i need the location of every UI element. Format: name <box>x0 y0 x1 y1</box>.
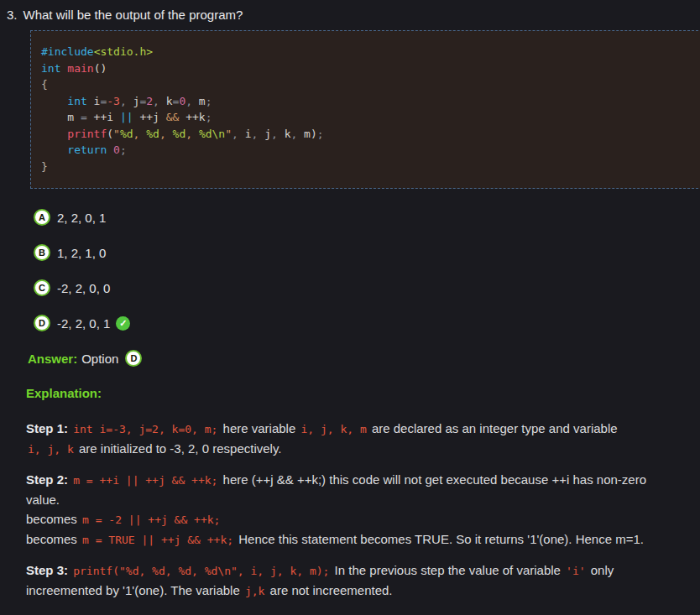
explanation-footer: Hence the output is "-2, 2, 0, 1". <box>26 612 700 615</box>
code-block: #include<stdio.h>int main(){ int i=-3, j… <box>30 30 700 189</box>
inline-code: i, j, k <box>26 443 76 456</box>
inline-code: int i=-3, j=2, k=0, m; <box>71 423 219 435</box>
option-text: 1, 2, 1, 0 <box>57 246 106 260</box>
code-line: return 0; <box>41 142 696 159</box>
inline-code: m = ++i || ++j && ++k; <box>71 474 219 487</box>
answer-prefix: Option <box>81 352 118 366</box>
code-line: int main() <box>41 60 696 77</box>
option-row-C[interactable]: C-2, 2, 0, 0 <box>34 279 700 296</box>
option-row-B[interactable]: B1, 2, 1, 0 <box>34 244 700 261</box>
answer-row: Answer: Option D <box>28 350 700 367</box>
explanation-line: Step 1: int i=-3, j=2, k=0, m; here vari… <box>26 419 700 439</box>
explanation-step-1: Step 1: int i=-3, j=2, k=0, m; here vari… <box>26 419 700 459</box>
inline-code: j,k <box>243 585 266 597</box>
options-list: A2, 2, 0, 1B1, 2, 1, 0C-2, 2, 0, 0D-2, 2… <box>34 209 700 331</box>
option-row-D[interactable]: D-2, 2, 0, 1✓ <box>34 315 700 331</box>
option-badge: B <box>34 244 50 261</box>
explanation-line: increemented by '1'(one). The variable j… <box>26 581 700 601</box>
inline-code: m = TRUE || ++j && ++k; <box>81 534 235 546</box>
answer-option-badge: D <box>125 350 142 367</box>
explanation-line: becomes m = TRUE || ++j && ++k; Hence th… <box>26 529 700 550</box>
code-line: #include<stdio.h> <box>41 44 696 60</box>
code-line: int i=-3, j=2, k=0, m; <box>41 93 696 110</box>
inline-code: 'i' <box>564 565 587 577</box>
code-line: { <box>41 76 696 93</box>
option-text: -2, 2, 0, 0 <box>57 281 110 295</box>
option-row-A[interactable]: A2, 2, 0, 1 <box>34 209 700 226</box>
code-line: printf("%d, %d, %d, %d\n", i, j, k, m); <box>41 126 696 143</box>
option-text: 2, 2, 0, 1 <box>57 211 106 225</box>
code-line: m = ++i || ++j && ++k; <box>41 109 696 126</box>
option-text: -2, 2, 0, 1 <box>57 316 110 331</box>
explanation-step-2: Step 2: m = ++i || ++j && ++k; here (++j… <box>26 470 700 550</box>
explanation-heading: Explanation: <box>26 386 700 400</box>
explanation-steps: Step 1: int i=-3, j=2, k=0, m; here vari… <box>26 419 700 615</box>
explanation-line: i, j, k are initialized to -3, 2, 0 resp… <box>26 439 700 459</box>
code-line: } <box>41 159 696 175</box>
inline-code: printf("%d, %d, %d, %d\n", i, j, k, m); <box>71 565 331 577</box>
option-badge: C <box>34 279 50 296</box>
inline-code: m = -2 || ++j && ++k; <box>81 513 222 526</box>
explanation-line: Step 2: m = ++i || ++j && ++k; here (++j… <box>26 470 700 490</box>
answer-label: Answer: <box>28 352 77 366</box>
explanation-line: becomes m = -2 || ++j && ++k; <box>26 509 700 529</box>
question-number: 3. <box>7 8 18 22</box>
explanation-line: Step 3: printf("%d, %d, %d, %d\n", i, j,… <box>26 560 700 581</box>
inline-code: i, j, k, m <box>299 423 368 435</box>
explanation-line: value. <box>26 490 700 509</box>
option-badge: A <box>34 209 50 226</box>
correct-check-icon: ✓ <box>116 316 130 331</box>
question-text: What will be the output of the program? <box>24 8 243 22</box>
option-badge: D <box>34 315 50 331</box>
explanation-step-3: Step 3: printf("%d, %d, %d, %d\n", i, j,… <box>26 560 700 601</box>
question-title: 3. What will be the output of the progra… <box>0 0 700 22</box>
